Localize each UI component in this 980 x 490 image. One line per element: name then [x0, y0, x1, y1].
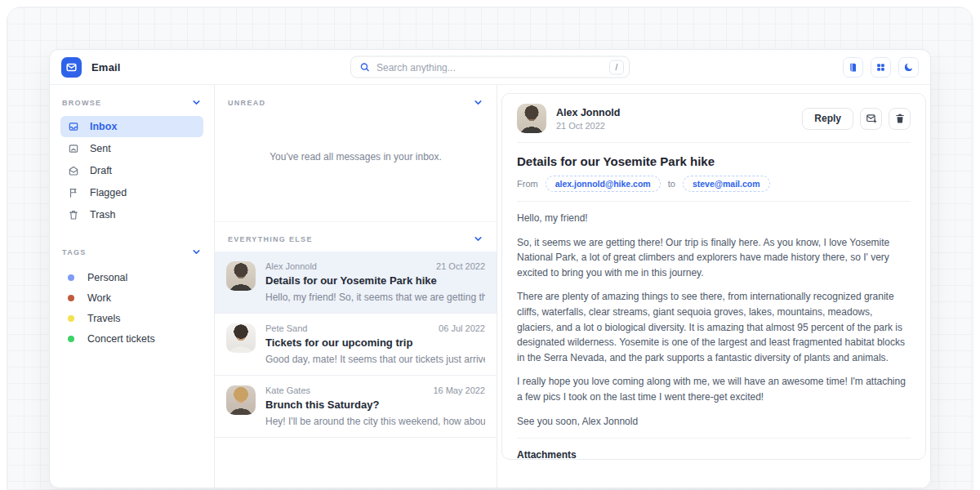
tags-label: TAGS — [62, 248, 87, 256]
sidebar-item-label: Inbox — [90, 121, 117, 132]
search-bar[interactable]: / — [350, 56, 630, 78]
detail-sender-name: Alex Jonnold — [556, 107, 620, 118]
email-preview: Hello, my friend! So, it seems that we a… — [265, 292, 485, 303]
sidebar-item-label: Draft — [90, 165, 112, 176]
app-logo — [61, 57, 82, 78]
book-icon — [848, 62, 858, 73]
tag-list: Personal Work Travels Concert tickets — [60, 267, 203, 349]
tag-label: Travels — [87, 313, 121, 324]
email-list-item[interactable]: Pete Sand 06 Jul 2022 Tickets for our up… — [215, 314, 497, 376]
body-paragraph: Hello, my friend! — [517, 211, 911, 226]
email-meta: Alex Jonnold 21 Oct 2022 Details for our… — [265, 261, 485, 303]
email-sender: Pete Sand — [265, 323, 307, 333]
sidebar: BROWSE Inbox Sent Draft — [50, 85, 215, 488]
detail-subject: Details for our Yosemite Park hike — [517, 154, 911, 168]
sidebar-item-draft[interactable]: Draft — [60, 160, 203, 181]
trash-icon — [894, 113, 906, 124]
sidebar-item-flagged[interactable]: Flagged — [60, 182, 203, 203]
envelope-icon — [65, 61, 78, 74]
search-icon — [359, 62, 370, 73]
email-list-column: UNREAD You've read all messages in your … — [215, 85, 497, 488]
sidebar-item-label: Flagged — [90, 187, 127, 198]
email-detail-panel: Alex Jonnold 21 Oct 2022 Reply — [497, 85, 930, 488]
main-area: BROWSE Inbox Sent Draft — [50, 85, 930, 488]
sidebar-item-label: Sent — [90, 143, 111, 154]
body-paragraph: There are plenty of amazing things to se… — [517, 289, 911, 365]
tag-color-dot — [68, 315, 74, 322]
search-shortcut-key: / — [609, 60, 624, 74]
tags-section-header: TAGS — [60, 245, 203, 257]
chevron-down-icon[interactable] — [191, 247, 202, 257]
from-label: From — [517, 179, 538, 189]
browse-section-header: BROWSE — [60, 96, 203, 108]
tag-color-dot — [68, 274, 74, 281]
chevron-down-icon[interactable] — [191, 97, 202, 108]
body-paragraph: See you soon, Alex Jonnold — [517, 414, 911, 430]
reply-button[interactable]: Reply — [802, 108, 853, 130]
unread-label: UNREAD — [228, 99, 265, 107]
tag-item-concert-tickets[interactable]: Concert tickets — [60, 328, 203, 349]
divider — [517, 142, 911, 143]
unread-section: UNREAD You've read all messages in your … — [215, 85, 497, 222]
tag-label: Work — [87, 292, 111, 304]
detail-header: Alex Jonnold 21 Oct 2022 Reply — [517, 104, 911, 133]
detail-actions: Reply — [802, 108, 911, 130]
tag-color-dot — [68, 336, 74, 342]
sidebar-item-sent[interactable]: Sent — [60, 138, 203, 159]
email-subject: Details for our Yosemite Park hike — [265, 274, 485, 287]
tag-color-dot — [68, 295, 74, 301]
envelope-plus-icon — [866, 113, 877, 124]
sidebar-item-trash[interactable]: Trash — [60, 204, 203, 225]
to-email-chip[interactable]: steve@mail.com — [683, 176, 770, 192]
email-preview: Good day, mate! It seems that our ticket… — [265, 354, 485, 365]
tag-label: Personal — [87, 272, 127, 283]
body-paragraph: So, it seems we are getting there! Our t… — [517, 235, 911, 281]
brand: Email — [61, 57, 121, 78]
search-input[interactable] — [376, 61, 603, 73]
email-list-item[interactable]: Alex Jonnold 21 Oct 2022 Details for our… — [215, 252, 497, 314]
email-subject: Brunch this Saturday? — [265, 399, 485, 411]
email-subject: Tickets for our upcoming trip — [265, 336, 485, 349]
tag-item-travels[interactable]: Travels — [60, 308, 203, 328]
email-detail-card: Alex Jonnold 21 Oct 2022 Reply — [501, 93, 926, 460]
divider — [517, 201, 911, 202]
top-bar: Email / — [50, 50, 930, 85]
mark-unread-button[interactable] — [860, 108, 882, 130]
divider — [517, 438, 911, 439]
avatar — [226, 323, 256, 353]
grid-button[interactable] — [871, 57, 891, 78]
email-sender: Kate Gates — [265, 385, 310, 395]
from-email-chip[interactable]: alex.jonnold@hike.com — [546, 176, 661, 192]
email-app-window: Email / — [49, 49, 931, 488]
email-preview: Hey! I'll be around the city this weeken… — [265, 416, 485, 427]
browse-label: BROWSE — [62, 99, 101, 107]
screenshot-stage: Email / — [0, 0, 980, 490]
unread-section-header: UNREAD — [226, 96, 485, 108]
detail-sender-block: Alex Jonnold 21 Oct 2022 — [556, 107, 620, 131]
email-list: Alex Jonnold 21 Oct 2022 Details for our… — [215, 252, 497, 438]
email-date: 06 Jul 2022 — [439, 323, 485, 333]
trash-icon — [68, 209, 79, 220]
dark-mode-button[interactable] — [898, 57, 919, 78]
tag-item-work[interactable]: Work — [60, 287, 203, 308]
tag-item-personal[interactable]: Personal — [60, 267, 203, 287]
chevron-down-icon[interactable] — [473, 234, 483, 244]
to-label: to — [668, 179, 675, 189]
detail-date: 21 Oct 2022 — [556, 121, 620, 131]
chevron-down-icon[interactable] — [473, 97, 483, 108]
inbox-icon — [68, 121, 79, 132]
email-meta: Kate Gates 16 May 2022 Brunch this Satur… — [265, 385, 485, 427]
email-date: 16 May 2022 — [433, 385, 485, 395]
flag-icon — [68, 187, 79, 198]
everything-else-label: EVERYTHING ELSE — [228, 235, 313, 243]
sent-icon — [68, 143, 79, 154]
email-list-item[interactable]: Kate Gates 16 May 2022 Brunch this Satur… — [215, 376, 497, 438]
everything-else-section-header: EVERYTHING ELSE — [215, 222, 497, 252]
book-button[interactable] — [843, 57, 863, 78]
delete-button[interactable] — [889, 108, 911, 130]
tag-label: Concert tickets — [87, 333, 155, 345]
sidebar-item-inbox[interactable]: Inbox — [60, 116, 203, 137]
body-paragraph: I really hope you love coming along with… — [517, 374, 911, 404]
avatar — [226, 261, 256, 291]
email-meta: Pete Sand 06 Jul 2022 Tickets for our up… — [265, 323, 485, 365]
